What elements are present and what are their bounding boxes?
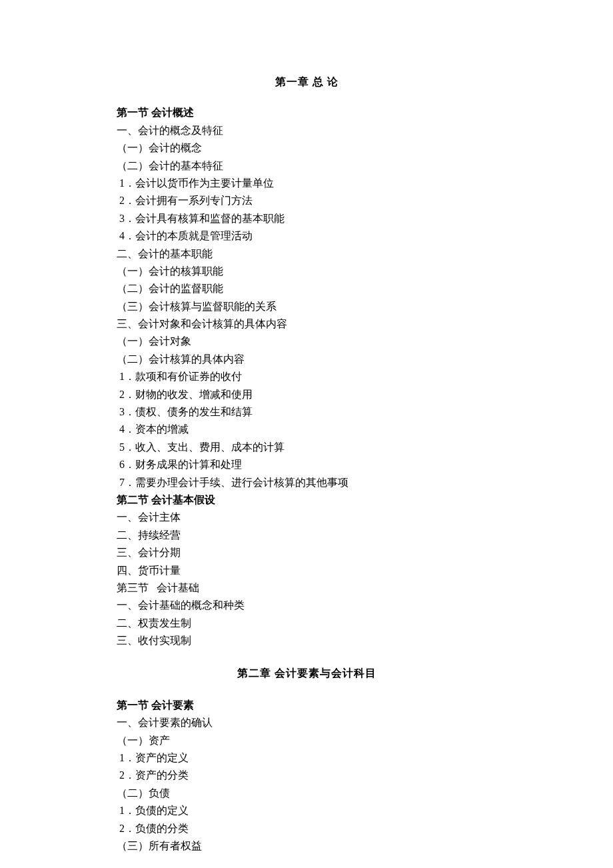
section-1-1-title: 第一节 会计概述 xyxy=(117,104,496,121)
outline-line: 7．需要办理会计手续、进行会计核算的其他事项 xyxy=(117,474,496,491)
section-1-2-title: 第二节 会计基本假设 xyxy=(117,491,496,509)
outline-line: 四、货币计量 xyxy=(117,562,496,579)
outline-line: （二）会计的基本特征 xyxy=(117,157,496,175)
outline-line: （一）资产 xyxy=(117,732,496,749)
outline-line: 1．会计以货币作为主要计量单位 xyxy=(117,175,496,192)
outline-line: 二、权责发生制 xyxy=(117,615,496,632)
outline-line: 1．负债的定义 xyxy=(117,802,496,819)
outline-line: 3．会计具有核算和监督的基本职能 xyxy=(117,210,496,227)
outline-line: 二、会计的基本职能 xyxy=(117,245,496,263)
outline-line: 2．资产的分类 xyxy=(117,767,496,784)
chapter-2-title: 第二章 会计要素与会计科目 xyxy=(117,665,496,682)
outline-line: 三、会计对象和会计核算的具体内容 xyxy=(117,315,496,333)
outline-line: 三、收付实现制 xyxy=(117,632,496,649)
outline-line: （一）会计对象 xyxy=(117,333,496,350)
outline-line: （一）会计的概念 xyxy=(117,139,496,157)
outline-line: 一、会计基础的概念和种类 xyxy=(117,597,496,614)
outline-line: 6．财务成果的计算和处理 xyxy=(117,456,496,473)
outline-line: 1．款项和有价证券的收付 xyxy=(117,368,496,385)
outline-line: 2．财物的收发、增减和使用 xyxy=(117,386,496,403)
outline-line: （一）会计的核算职能 xyxy=(117,263,496,280)
outline-line: 一、会计主体 xyxy=(117,509,496,526)
outline-line: 3．债权、债务的发生和结算 xyxy=(117,403,496,421)
outline-line: 二、持续经营 xyxy=(117,527,496,544)
section-1-3-title: 第三节 会计基础 xyxy=(117,579,496,597)
outline-line: 4．会计的本质就是管理活动 xyxy=(117,227,496,245)
outline-line: （二）负债 xyxy=(117,785,496,802)
outline-line: 5．收入、支出、费用、成本的计算 xyxy=(117,439,496,456)
outline-line: 一、会计的概念及特征 xyxy=(117,122,496,139)
outline-line: （三）所有者权益 xyxy=(117,837,496,855)
outline-line: 三、会计分期 xyxy=(117,544,496,561)
outline-line: （三）会计核算与监督职能的关系 xyxy=(117,298,496,315)
outline-line: （二）会计核算的具体内容 xyxy=(117,351,496,368)
outline-line: （二）会计的监督职能 xyxy=(117,280,496,297)
section-2-1-title: 第一节 会计要素 xyxy=(117,697,496,714)
outline-line: 2．会计拥有一系列专门方法 xyxy=(117,192,496,209)
outline-line: 2．负债的分类 xyxy=(117,820,496,837)
chapter-1-title: 第一章 总 论 xyxy=(117,73,496,91)
outline-line: 1．资产的定义 xyxy=(117,749,496,767)
outline-line: 一、会计要素的确认 xyxy=(117,714,496,731)
outline-line: 4．资本的增减 xyxy=(117,421,496,438)
